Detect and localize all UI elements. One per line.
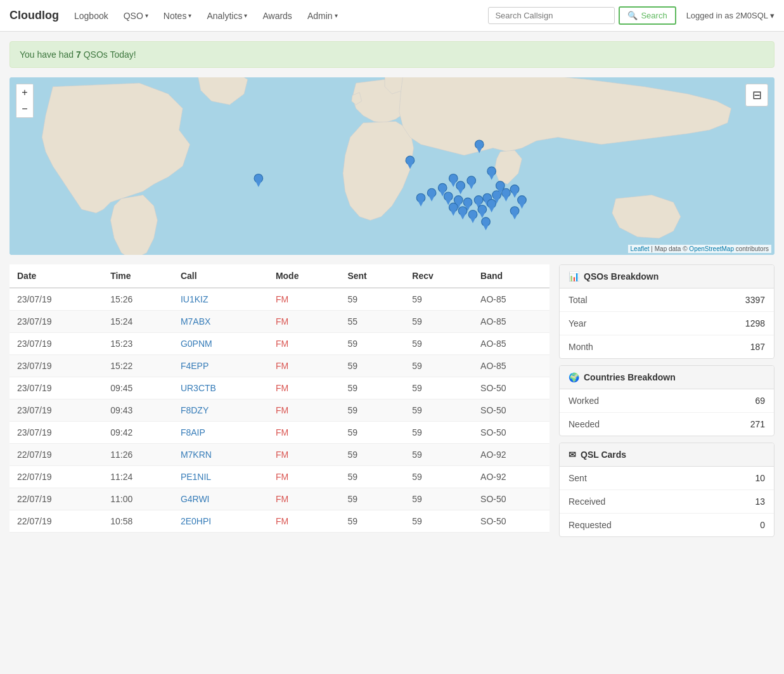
table-cell: 11:00 [103, 488, 173, 510]
main-content: You have had 7 QSOs Today! [0, 32, 784, 553]
bar-chart-icon: 📊 [569, 271, 579, 282]
table-cell: 59 [404, 510, 473, 533]
table-cell: SO-50 [473, 399, 549, 422]
table-cell: FM [268, 355, 340, 377]
table-cell: 22/07/19 [10, 488, 103, 510]
qsos-year-row: Year 1298 [560, 312, 774, 335]
table-cell: SO-50 [473, 377, 549, 399]
table-cell[interactable]: G4RWI [173, 488, 268, 510]
table-cell: AO-85 [473, 333, 549, 355]
table-cell[interactable]: PE1NIL [173, 466, 268, 488]
table-cell[interactable]: F8AIP [173, 422, 268, 444]
brand-logo[interactable]: Cloudlog [10, 9, 59, 22]
table-row: 23/07/1909:43F8DZYFM5959SO-50 [10, 399, 549, 422]
table-cell: 59 [404, 399, 473, 422]
table-cell: FM [268, 510, 340, 533]
table-header: DateTimeCallModeSentRecvBand [10, 264, 549, 288]
table-cell: 59 [340, 399, 404, 422]
sidebar-section: 📊 QSOs Breakdown Total 3397 Year 1298 Mo… [559, 264, 774, 543]
map-attribution: Leaflet | Map data © OpenStreetMap contr… [628, 245, 771, 253]
countries-breakdown-card: 🌍 Countries Breakdown Worked 69 Needed 2… [559, 365, 774, 436]
table-cell: FM [268, 444, 340, 466]
table-cell[interactable]: F8DZY [173, 399, 268, 422]
qsl-requested-row: Requested 0 [560, 514, 774, 536]
map-container[interactable]: + − ⊟ Leaflet | Map data © OpenStreetMap… [10, 77, 774, 255]
table-cell: FM [268, 377, 340, 399]
table-cell: 23/07/19 [10, 355, 103, 377]
leaflet-link[interactable]: Leaflet [631, 245, 650, 252]
nav-admin[interactable]: Admin ▾ [301, 7, 344, 25]
table-row: 22/07/1910:582E0HPIFM5959SO-50 [10, 510, 549, 533]
qso-table: DateTimeCallModeSentRecvBand 23/07/1915:… [10, 264, 549, 533]
table-cell: 59 [340, 488, 404, 510]
qso-alert: You have had 7 QSOs Today! [10, 41, 774, 68]
table-cell: 59 [340, 422, 404, 444]
search-input[interactable] [488, 7, 615, 24]
table-cell: FM [268, 311, 340, 333]
table-header-cell: Mode [268, 264, 340, 288]
table-cell: 59 [340, 288, 404, 311]
table-cell: 23/07/19 [10, 377, 103, 399]
qsl-cards-header: ✉ QSL Cards [560, 443, 774, 467]
table-cell: 10:58 [103, 510, 173, 533]
search-icon: 🔍 [627, 11, 638, 20]
table-cell[interactable]: M7ABX [173, 311, 268, 333]
table-row: 23/07/1915:24M7ABXFM5559AO-85 [10, 311, 549, 333]
qso-table-section: DateTimeCallModeSentRecvBand 23/07/1915:… [10, 264, 549, 543]
qsl-cards-body: Sent 10 Received 13 Requested 0 [560, 467, 774, 536]
table-cell: 23/07/19 [10, 311, 103, 333]
nav-notes[interactable]: Notes ▾ [157, 7, 198, 25]
table-cell: AO-85 [473, 288, 549, 311]
chevron-down-icon: ▾ [770, 11, 774, 20]
nav-qso[interactable]: QSO ▾ [117, 7, 155, 25]
table-cell: 23/07/19 [10, 399, 103, 422]
nav-logbook[interactable]: Logbook [68, 7, 115, 25]
table-cell[interactable]: IU1KIZ [173, 288, 268, 311]
map-layers-button[interactable]: ⊟ [745, 84, 768, 107]
table-cell: 15:23 [103, 333, 173, 355]
nav-awards[interactable]: Awards [256, 7, 298, 25]
table-cell: 59 [404, 422, 473, 444]
table-row: 23/07/1915:22F4EPPFM5959AO-85 [10, 355, 549, 377]
zoom-out-button[interactable]: − [16, 101, 33, 117]
table-row: 22/07/1911:26M7KRNFM5959AO-92 [10, 444, 549, 466]
table-cell[interactable]: 2E0HPI [173, 510, 268, 533]
table-header-cell: Call [173, 264, 268, 288]
table-cell: 59 [404, 333, 473, 355]
table-cell: FM [268, 488, 340, 510]
osm-link[interactable]: OpenStreetMap [689, 245, 734, 252]
chevron-down-icon: ▾ [244, 12, 247, 19]
table-cell: 59 [340, 333, 404, 355]
zoom-in-button[interactable]: + [16, 84, 33, 101]
table-cell[interactable]: F4EPP [173, 355, 268, 377]
table-cell: 55 [340, 311, 404, 333]
table-cell: 59 [404, 444, 473, 466]
table-cell: SO-50 [473, 422, 549, 444]
table-row: 23/07/1909:45UR3CTBFM5959SO-50 [10, 377, 549, 399]
table-cell: 59 [404, 466, 473, 488]
chevron-down-icon: ▾ [145, 12, 148, 19]
qsos-breakdown-body: Total 3397 Year 1298 Month 187 [560, 288, 774, 358]
table-cell[interactable]: M7KRN [173, 444, 268, 466]
table-cell: SO-50 [473, 488, 549, 510]
table-cell: 15:26 [103, 288, 173, 311]
table-cell: AO-85 [473, 311, 549, 333]
table-cell: 59 [340, 355, 404, 377]
table-row: 23/07/1909:42F8AIPFM5959SO-50 [10, 422, 549, 444]
chevron-down-icon: ▾ [188, 12, 191, 19]
countries-needed-row: Needed 271 [560, 413, 774, 436]
search-form: 🔍 Search Logged in as 2M0SQL ▾ [488, 6, 774, 25]
table-cell: FM [268, 466, 340, 488]
table-header-cell: Recv [404, 264, 473, 288]
search-button[interactable]: 🔍 Search [619, 6, 676, 25]
world-map [10, 77, 774, 255]
countries-worked-row: Worked 69 [560, 389, 774, 413]
qsl-sent-row: Sent 10 [560, 467, 774, 490]
table-header-cell: Sent [340, 264, 404, 288]
countries-breakdown-body: Worked 69 Needed 271 [560, 389, 774, 436]
table-header-cell: Time [103, 264, 173, 288]
table-cell[interactable]: UR3CTB [173, 377, 268, 399]
table-cell: 23/07/19 [10, 288, 103, 311]
table-cell[interactable]: G0PNM [173, 333, 268, 355]
nav-analytics[interactable]: Analytics ▾ [200, 7, 254, 25]
